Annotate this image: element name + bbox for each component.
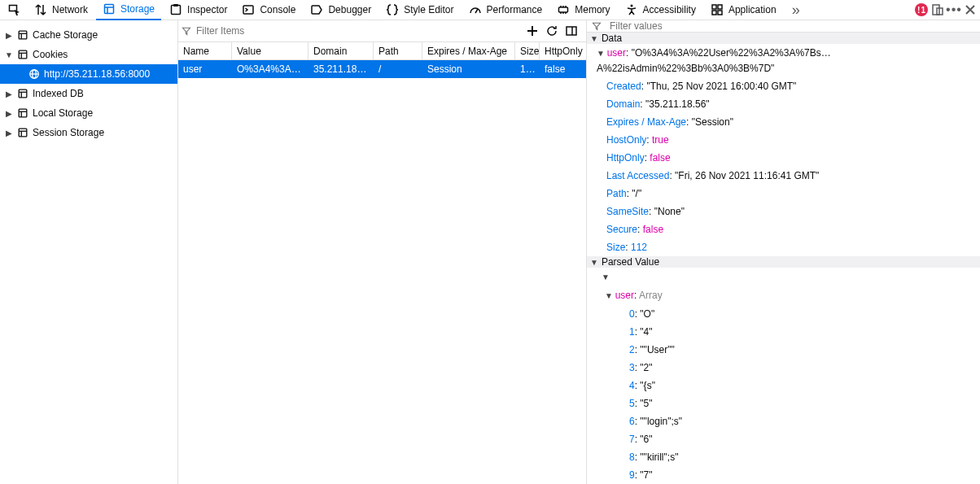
tree-indexed-db[interactable]: ▶ Indexed DB <box>0 84 177 103</box>
styleeditor-icon <box>386 3 399 16</box>
database-icon <box>16 126 29 139</box>
col-header-domain[interactable]: Domain <box>308 42 374 59</box>
chevron-down-icon: ▼ <box>590 258 598 267</box>
data-row-samesite[interactable]: SameSite: "None" <box>587 203 980 220</box>
data-row-size[interactable]: Size: 112 <box>587 238 980 256</box>
tree-local-storage[interactable]: ▶ Local Storage <box>0 103 177 123</box>
element-picker-button[interactable] <box>3 0 26 20</box>
chevron-down-icon: ▼ <box>605 291 615 300</box>
svg-rect-40 <box>567 27 576 35</box>
table-header-row: Name Value Domain Path Expires / Max-Age… <box>178 42 586 60</box>
parsed-section-header[interactable]: ▼ Parsed Value <box>587 256 980 268</box>
parsed-root[interactable]: ▼ <box>587 268 980 286</box>
data-section-header[interactable]: ▼ Data <box>587 33 980 44</box>
parsed-array-item[interactable]: 1: "4" <box>587 323 980 341</box>
tab-label: Style Editor <box>404 4 453 15</box>
parsed-array-item[interactable]: 8: ""kirill";s" <box>587 448 980 466</box>
tab-console[interactable]: Console <box>235 0 302 20</box>
inspector-icon <box>169 3 182 16</box>
data-row-lastaccessed[interactable]: Last Accessed: "Fri, 26 Nov 2021 11:16:4… <box>587 167 980 185</box>
data-row-user[interactable]: ▼ user: "O%3A4%3A%22User%22%3A2%3A%7Bs…A… <box>587 44 980 77</box>
tab-storage[interactable]: Storage <box>96 0 161 20</box>
tab-application[interactable]: Application <box>704 0 783 20</box>
overflow-chevron-icon[interactable]: » <box>790 3 803 16</box>
network-icon <box>34 3 47 16</box>
svg-rect-17 <box>718 5 722 9</box>
parsed-array-item[interactable]: 2: ""User"" <box>587 341 980 359</box>
tab-debugger[interactable]: Debugger <box>304 0 378 20</box>
col-header-value[interactable]: Value <box>232 42 308 59</box>
tree-cookies-host[interactable]: http://35.211.18.56:8000 <box>0 64 177 84</box>
accessibility-icon <box>625 3 638 16</box>
parsed-array-item[interactable]: 7: "6" <box>587 430 980 448</box>
responsive-mode-icon[interactable] <box>931 3 944 16</box>
tab-network[interactable]: Network <box>28 0 94 20</box>
svg-rect-20 <box>933 5 939 15</box>
add-item-button[interactable] <box>526 24 539 37</box>
section-title: Data <box>602 33 622 44</box>
svg-rect-19 <box>718 11 722 15</box>
meatball-menu-icon[interactable]: ••• <box>947 3 960 16</box>
parsed-array-item[interactable]: 5: "5" <box>587 395 980 412</box>
tree-label: Session Storage <box>33 127 104 138</box>
data-row-expires[interactable]: Expires / Max-Age: "Session" <box>587 113 980 131</box>
parsed-array-item[interactable]: 6: ""login";s" <box>587 412 980 430</box>
data-row-domain[interactable]: Domain: "35.211.18.56" <box>587 95 980 113</box>
tab-inspector[interactable]: Inspector <box>163 0 234 20</box>
cell-size: 112 <box>515 63 540 75</box>
tree-session-storage[interactable]: ▶ Session Storage <box>0 123 177 142</box>
filter-icon <box>592 21 603 31</box>
tab-accessibility[interactable]: Accessibility <box>619 0 702 20</box>
tree-label: Local Storage <box>33 107 93 119</box>
tree-label: Cookies <box>33 49 68 60</box>
data-row-secure[interactable]: Secure: false <box>587 220 980 238</box>
cookie-details-panel: ▼ Data ▼ user: "O%3A4%3A%22User%22%3A2%3… <box>587 20 980 484</box>
toggle-sidebar-button[interactable] <box>565 24 578 37</box>
cookie-row-user[interactable]: user O%3A4%3A%… 35.211.18.56 / Session 1… <box>178 60 586 78</box>
database-icon <box>16 48 29 61</box>
tree-label: http://35.211.18.56:8000 <box>44 68 150 80</box>
tab-label: Debugger <box>328 4 371 15</box>
parsed-array-item[interactable]: 0: "O" <box>587 305 980 323</box>
debugger-icon <box>310 3 323 16</box>
cell-expires: Session <box>422 63 515 75</box>
chevron-right-icon: ▶ <box>5 109 13 118</box>
svg-rect-5 <box>173 4 178 7</box>
parsed-array-item[interactable]: 3: "2" <box>587 359 980 377</box>
col-header-size[interactable]: Size <box>515 42 540 59</box>
tab-style-editor[interactable]: Style Editor <box>379 0 460 20</box>
data-row-hostonly[interactable]: HostOnly: true <box>587 131 980 149</box>
col-header-expires[interactable]: Expires / Max-Age <box>422 42 515 59</box>
cell-path: / <box>374 63 422 75</box>
data-row-created[interactable]: Created: "Thu, 25 Nov 2021 16:00:40 GMT" <box>587 77 980 95</box>
tab-label: Memory <box>575 4 610 15</box>
tab-performance[interactable]: Performance <box>462 0 549 20</box>
filter-row <box>178 20 586 42</box>
tree-cookies[interactable]: ▼ Cookies <box>0 45 177 64</box>
parsed-array-item[interactable]: 9: "7" <box>587 466 980 484</box>
svg-rect-22 <box>19 31 27 39</box>
console-icon <box>242 3 255 16</box>
tab-label: Console <box>260 4 295 15</box>
filter-items-input[interactable] <box>193 25 521 37</box>
data-row-path[interactable]: Path: "/" <box>587 185 980 203</box>
refresh-button[interactable] <box>545 24 558 37</box>
tab-label: Storage <box>120 3 155 15</box>
tree-cache-storage[interactable]: ▶ Cache Storage <box>0 25 177 45</box>
parsed-array-item[interactable]: 4: "{s" <box>587 377 980 395</box>
data-row-httponly[interactable]: HttpOnly: false <box>587 149 980 167</box>
col-header-httponly[interactable]: HttpOnly <box>540 42 584 59</box>
tree-label: Indexed DB <box>33 88 84 99</box>
svg-rect-4 <box>172 6 181 15</box>
storage-tree-panel: ▶ Cache Storage ▼ Cookies http://35.211.… <box>0 20 178 484</box>
section-title: Parsed Value <box>602 256 659 268</box>
tab-label: Accessibility <box>643 4 696 15</box>
svg-rect-37 <box>19 129 27 137</box>
error-count-badge[interactable]: !1 <box>915 3 928 16</box>
col-header-path[interactable]: Path <box>374 42 422 59</box>
col-header-name[interactable]: Name <box>178 42 232 59</box>
parsed-user[interactable]: ▼ user: Array <box>587 286 980 305</box>
tab-memory[interactable]: Memory <box>550 0 616 20</box>
filter-values-input[interactable] <box>606 20 975 32</box>
close-devtools-icon[interactable] <box>964 3 977 16</box>
